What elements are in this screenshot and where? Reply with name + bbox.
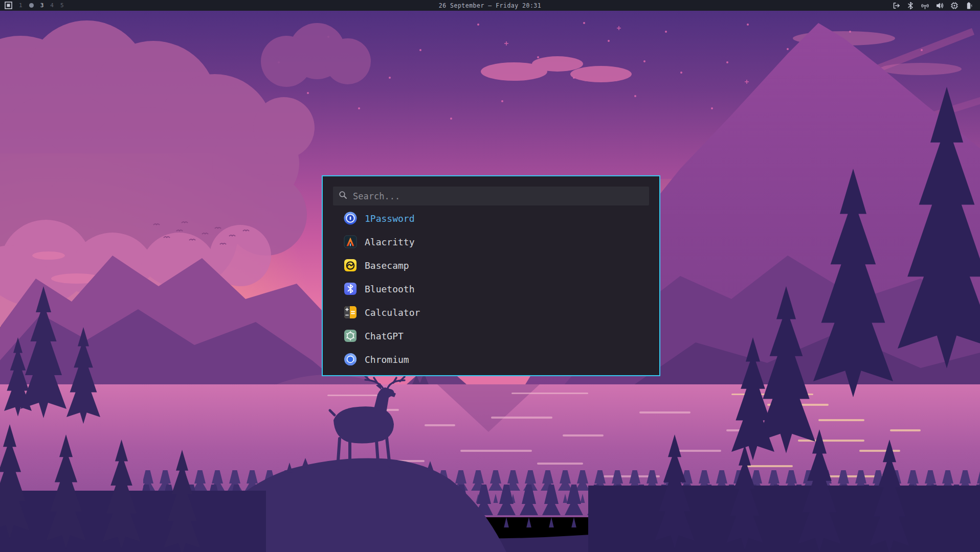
logout-icon[interactable]: [892, 2, 900, 10]
workspace-4[interactable]: 4: [50, 0, 54, 11]
app-label: Calculator: [365, 307, 420, 318]
search-icon: [339, 191, 347, 201]
app-row-chromium[interactable]: Chromium: [323, 348, 659, 371]
app-label: ChatGPT: [365, 331, 404, 341]
app-results-list: 1Password Alacritty: [323, 206, 659, 371]
search-input[interactable]: [352, 191, 643, 202]
app-row-basecamp[interactable]: Basecamp: [323, 254, 659, 277]
battery-charging-icon[interactable]: [965, 2, 973, 10]
chatgpt-icon: [344, 329, 357, 342]
app-label: Basecamp: [365, 260, 409, 271]
workspace-5[interactable]: 5: [60, 0, 64, 11]
app-row-bluetooth[interactable]: Bluetooth: [323, 277, 659, 301]
bluetooth-icon[interactable]: [906, 2, 915, 10]
app-label: Alacritty: [365, 237, 415, 247]
app-row-alacritty[interactable]: Alacritty: [323, 230, 659, 254]
search-bar[interactable]: [333, 187, 649, 205]
chromium-icon: [344, 353, 357, 366]
workspace-1[interactable]: 1: [19, 0, 23, 11]
app-row-chatgpt[interactable]: ChatGPT: [323, 324, 659, 348]
workspace-switcher: 1 3 4 5: [0, 0, 64, 11]
calculator-icon: [344, 306, 357, 319]
clock-date: 26 September – Friday 20:31: [0, 2, 980, 9]
network-icon[interactable]: [921, 2, 929, 10]
app-label: Chromium: [365, 354, 409, 365]
system-tray: [892, 2, 980, 10]
app-label: Bluetooth: [365, 284, 415, 294]
cpu-settings-icon[interactable]: [950, 2, 959, 10]
app-label: 1Password: [365, 213, 415, 224]
alacritty-icon: [344, 235, 357, 248]
layout-square-icon[interactable]: [5, 2, 12, 9]
bluetooth-app-icon: [344, 282, 357, 295]
app-row-calculator[interactable]: Calculator: [323, 301, 659, 324]
top-status-bar: 1 3 4 5 26 September – Friday 20:31: [0, 0, 980, 11]
app-row-1password[interactable]: 1Password: [323, 206, 659, 230]
app-launcher-window: 1Password Alacritty: [322, 175, 660, 376]
workspace-2-active-dot[interactable]: [29, 3, 34, 8]
basecamp-icon: [344, 259, 357, 272]
workspace-3[interactable]: 3: [40, 0, 44, 11]
desktop: 1 3 4 5 26 September – Friday 20:31: [0, 0, 980, 552]
volume-icon[interactable]: [936, 2, 944, 10]
1password-icon: [344, 212, 357, 225]
